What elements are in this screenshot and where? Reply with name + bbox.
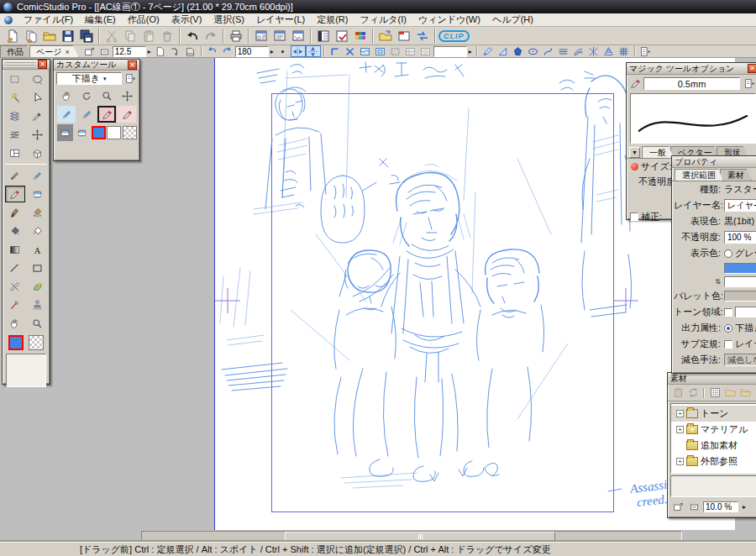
- tree-item-material[interactable]: + マテリアル: [671, 422, 756, 438]
- material-zoom-input[interactable]: [703, 501, 738, 512]
- ellipse-ruler-button[interactable]: [526, 45, 541, 57]
- new-page-button[interactable]: [3, 28, 22, 45]
- tool-options-menu-button[interactable]: [743, 78, 756, 90]
- stamp-tool[interactable]: [27, 296, 47, 313]
- tab-scroll-button[interactable]: ▼: [629, 147, 640, 158]
- eyedropper-tool[interactable]: [27, 108, 47, 124]
- subview-button[interactable]: [373, 45, 388, 57]
- story-editor-window-button[interactable]: [252, 28, 270, 45]
- pen-size-dropdown[interactable]: 0.5mm: [643, 77, 740, 90]
- brush-tool[interactable]: [5, 204, 25, 221]
- custom-foreground-swatch[interactable]: [92, 126, 106, 139]
- open-button[interactable]: [40, 28, 59, 45]
- gradient-tool[interactable]: [5, 241, 25, 258]
- toolbar-menu-button[interactable]: [638, 45, 654, 57]
- close-icon[interactable]: ✕: [748, 64, 756, 73]
- output-draft-radio[interactable]: [724, 324, 732, 333]
- tool-palette-titlebar[interactable]: ✕: [3, 60, 50, 70]
- tab-page[interactable]: ページ×: [29, 45, 79, 57]
- redo-button[interactable]: [202, 28, 220, 45]
- preview-window-button[interactable]: [289, 28, 307, 45]
- eraser-tool[interactable]: [27, 186, 47, 202]
- actual-size-button[interactable]: [168, 45, 183, 57]
- tab-material[interactable]: 素材: [720, 169, 752, 181]
- page-manager-window-button[interactable]: [270, 28, 289, 45]
- correction-checkbox[interactable]: [630, 212, 638, 221]
- print-size-button[interactable]: [183, 45, 198, 57]
- menu-window[interactable]: ウィンドウ(W): [412, 13, 486, 27]
- expand-icon[interactable]: +: [676, 426, 684, 433]
- display-color-chip-light[interactable]: [724, 276, 756, 287]
- cut-button[interactable]: [102, 28, 121, 45]
- correction-tool[interactable]: [5, 296, 25, 313]
- pen-ruler-button[interactable]: [480, 45, 496, 57]
- navigator-button[interactable]: [358, 45, 373, 57]
- custom-eraser-tool[interactable]: [74, 124, 90, 141]
- tab-general[interactable]: 一般: [642, 146, 674, 158]
- shape-tool[interactable]: [27, 260, 47, 276]
- ruler-manipulate-tool[interactable]: [5, 278, 25, 295]
- grid-ruler-button[interactable]: [617, 45, 632, 57]
- tree-item-tone[interactable]: + トーン: [671, 406, 756, 422]
- rotate-right-button[interactable]: [220, 45, 235, 57]
- custom-marker-tool-selected[interactable]: [97, 106, 116, 123]
- close-frame-button[interactable]: [395, 28, 413, 45]
- new-story-button[interactable]: [22, 28, 40, 45]
- paste-material-button[interactable]: [670, 387, 685, 399]
- pencil-tool[interactable]: [27, 167, 47, 184]
- print-button[interactable]: [227, 28, 245, 45]
- expression-color-value[interactable]: 黒(1bit): [724, 215, 754, 228]
- material-zoom-spinner[interactable]: ▸: [741, 503, 748, 511]
- export-button[interactable]: [376, 28, 395, 45]
- sub-ruler-checkbox[interactable]: [724, 340, 732, 349]
- save-all-button[interactable]: [77, 28, 96, 45]
- tab-story[interactable]: 作品: [0, 45, 33, 57]
- color-settings-button[interactable]: [351, 28, 370, 45]
- menu-story[interactable]: 作品(O): [122, 13, 165, 27]
- close-fill-tool[interactable]: [27, 223, 47, 239]
- expand-icon[interactable]: +: [676, 410, 684, 417]
- curve-edit-tool[interactable]: [27, 278, 47, 295]
- custom-zoom-tool[interactable]: [97, 87, 116, 104]
- properties-titlebar[interactable]: プロパティ ✕: [672, 156, 756, 168]
- custom-transparent-swatch[interactable]: [123, 126, 137, 139]
- close-icon[interactable]: ✕: [128, 60, 137, 70]
- tone-pattern-button[interactable]: [707, 387, 722, 399]
- minimize-canvas-button[interactable]: [97, 45, 113, 57]
- opacity-input[interactable]: [724, 231, 756, 244]
- menu-help[interactable]: ヘルプ(H): [486, 13, 539, 27]
- radial-ruler-button[interactable]: [586, 45, 601, 57]
- menu-select[interactable]: 選択(S): [207, 13, 250, 27]
- custom-move-tool[interactable]: [118, 87, 136, 104]
- palette-color-chip[interactable]: [724, 291, 756, 302]
- pen-tool[interactable]: [5, 167, 25, 184]
- triangle-ruler-button[interactable]: [496, 45, 511, 57]
- guide-button[interactable]: [403, 45, 418, 57]
- rotate-left-button[interactable]: [205, 45, 220, 57]
- menu-layer[interactable]: レイヤー(L): [250, 13, 311, 27]
- custom-eraser-dark-tool[interactable]: [57, 124, 73, 141]
- zoom-spinner[interactable]: ▸: [146, 48, 153, 55]
- polygon-ruler-button[interactable]: [511, 45, 526, 57]
- zoom-input[interactable]: [113, 46, 146, 57]
- layer-window-button[interactable]: [314, 28, 333, 45]
- rule-check-window-button[interactable]: [333, 28, 351, 45]
- switch-view-button[interactable]: [413, 28, 432, 45]
- marker-tool-selected[interactable]: [5, 186, 25, 202]
- expand-icon[interactable]: +: [676, 458, 684, 465]
- magic-wand-tool[interactable]: [5, 89, 25, 106]
- ruler-preset-input[interactable]: [433, 46, 467, 57]
- new-folder-button[interactable]: [722, 387, 738, 399]
- multi-curve-ruler-button[interactable]: [571, 45, 586, 57]
- transparent-color-swatch[interactable]: [29, 335, 44, 350]
- tool-set-dropdown[interactable]: 下描き▾: [56, 72, 122, 85]
- menu-file[interactable]: ファイル(F): [18, 13, 79, 27]
- delete-button[interactable]: [158, 28, 176, 45]
- clip-logo[interactable]: CLIP: [438, 30, 470, 42]
- marquee-select-tool[interactable]: [5, 71, 25, 87]
- horizontal-scrollbar[interactable]: [141, 531, 682, 542]
- swap-colors-icon[interactable]: ⇅: [674, 278, 724, 286]
- menu-view[interactable]: 表示(V): [165, 13, 208, 27]
- display-color-chip-dark[interactable]: [724, 263, 756, 274]
- text-tool[interactable]: A: [27, 241, 47, 258]
